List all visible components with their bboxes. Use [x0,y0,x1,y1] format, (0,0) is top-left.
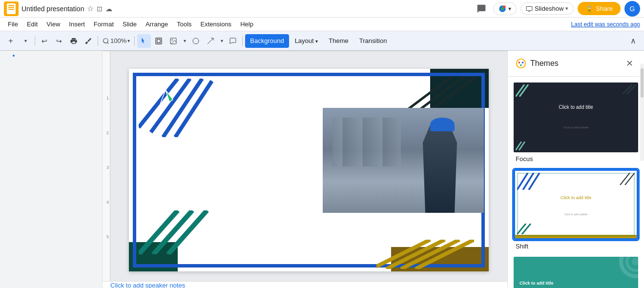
themes-palette-icon [516,58,526,69]
slideshow-button[interactable]: Slideshow ▾ [520,2,574,15]
slide-panel: 1 [0,51,103,288]
toolbar-divider-3 [134,36,135,46]
slideshow-label: Slideshow [535,5,563,12]
canvas-area: 1 2 3 4 5 6 7 8 9 1 2 [103,51,507,288]
layout-button[interactable]: Layout ▾ [290,34,323,48]
share-lock-icon: 🔒 [585,5,593,12]
line-tool[interactable] [204,34,217,48]
svg-line-31 [401,240,459,269]
menu-arrange[interactable]: Arrange [142,20,172,29]
svg-point-36 [519,62,520,63]
svg-point-38 [520,64,522,66]
shift-theme-name: Shift [514,242,638,251]
meet-button[interactable]: ▾ [493,2,517,15]
speaker-notes[interactable]: Click to add speaker notes [103,281,507,288]
svg-point-37 [522,62,524,63]
menu-bar: File Edit View Insert Format Slide Arran… [0,18,644,31]
print-button[interactable] [67,34,81,48]
svg-point-35 [517,59,525,68]
comment-button[interactable] [474,1,489,17]
main-area: 1 [0,51,644,288]
toolbar-divider-1 [35,36,35,46]
top-right-actions: ▾ Slideshow ▾ 🔒 Share G [474,1,640,17]
svg-point-2 [503,5,505,8]
svg-rect-3 [526,6,532,10]
focus-theme-name: Focus [514,154,638,164]
slide-canvas[interactable] [129,69,489,271]
background-button[interactable]: Background [245,34,289,48]
toolbar-divider-4 [242,36,243,46]
menu-edit[interactable]: Edit [23,20,42,29]
worker-image [323,108,484,213]
image-tool[interactable] [166,34,180,48]
themes-panel-title: Themes [530,59,559,68]
toolbar: + ▾ ↩ ↪ 100% ▾ ▾ ▾ Background Layou [0,31,644,51]
slide-thumbnail-1[interactable] [13,55,15,57]
frame-tool[interactable] [152,34,166,48]
themes-scrollbar-thumb[interactable] [641,68,644,98]
transition-button[interactable]: Transition [354,34,392,48]
slideshow-dropdown-icon[interactable]: ▾ [565,5,568,12]
theme-focus-item[interactable]: Click to add title Click to add subtitle… [512,81,640,165]
themes-list: Click to add title Click to add subtitle… [508,77,644,288]
share-button[interactable]: 🔒 Share [578,2,621,15]
layout-label: Layout [295,37,314,44]
profile-avatar[interactable]: G [624,1,640,17]
themes-scrollbar-track [640,63,644,161]
zoom-value: 100% [110,37,126,44]
svg-rect-6 [157,39,161,42]
toolbar-right: ∧ [626,34,640,48]
svg-point-9 [193,38,199,44]
menu-tools[interactable]: Tools [173,20,195,29]
star-icon[interactable]: ☆ [87,4,94,13]
comment-tool[interactable] [226,34,240,48]
menu-help[interactable]: Help [236,20,257,29]
theme-shift-item[interactable]: Click to add title Click to add subtitle [512,167,640,252]
menu-extensions[interactable]: Extensions [197,20,236,29]
svg-line-32 [386,240,445,269]
themes-panel: Themes ✕ [507,51,644,288]
line-dropdown[interactable]: ▾ [218,34,225,48]
svg-point-54 [632,258,638,266]
folder-icon[interactable]: ⊡ [97,5,103,13]
speaker-notes-text: Click to add speaker notes [110,282,185,288]
geometric-theme-preview: Click to add title Click to add subtitle [514,257,638,288]
share-label: Share [596,5,613,12]
svg-rect-5 [156,38,162,44]
undo-button[interactable]: ↩ [38,34,51,48]
canvas-wrapper: 1 2 3 4 5 [103,51,507,281]
title-area: Untitled presentation ☆ ⊡ ☁ [21,4,471,13]
collapse-toolbar-button[interactable]: ∧ [626,34,640,48]
cloud-icon[interactable]: ☁ [105,5,112,13]
menu-format[interactable]: Format [90,20,118,29]
redo-button[interactable]: ↪ [52,34,66,48]
presentation-title[interactable]: Untitled presentation [21,5,84,13]
themes-header: Themes ✕ [508,51,644,77]
svg-point-8 [172,39,173,40]
theme-button[interactable]: Theme [324,34,353,48]
top-bar: Untitled presentation ☆ ⊡ ☁ ▾ Slideshow … [0,0,644,18]
shape-tool[interactable] [189,34,203,48]
menu-insert[interactable]: Insert [65,20,89,29]
image-dropdown[interactable]: ▾ [181,34,188,48]
zoom-selector[interactable]: 100% ▾ [101,36,132,45]
focus-theme-preview: Click to add title Click to add subtitle [514,82,638,152]
add-dropdown[interactable]: ▾ [19,34,32,48]
select-tool[interactable] [137,34,151,48]
add-button[interactable]: + [4,34,18,48]
vertical-ruler: 1 2 3 4 5 [103,51,110,281]
zoom-dropdown-icon: ▾ [127,38,130,43]
app-icon [4,1,19,16]
menu-slide[interactable]: Slide [119,20,141,29]
last-edit-status[interactable]: Last edit was seconds ago [571,21,640,28]
menu-file[interactable]: File [4,20,22,29]
app-icon-graphic [7,3,16,14]
menu-view[interactable]: View [42,20,64,29]
theme-geometric-item[interactable]: Click to add title Click to add subtitle… [512,255,640,288]
slide-1-row: 1 [3,55,99,57]
svg-point-4 [104,38,108,42]
themes-close-button[interactable]: ✕ [623,57,636,70]
shift-theme-preview: Click to add title Click to add subtitle [514,169,638,239]
svg-line-10 [208,38,213,44]
format-paint-button[interactable] [82,34,95,48]
